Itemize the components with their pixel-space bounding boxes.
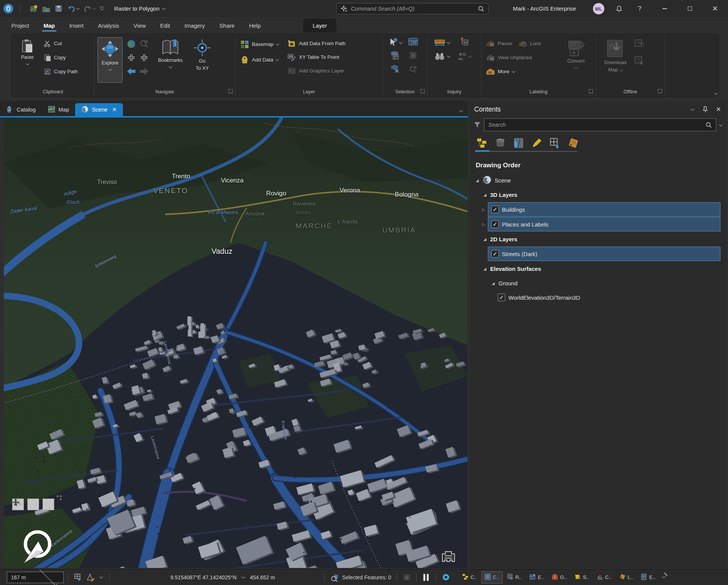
zoom-to-selection-button[interactable] xyxy=(139,39,149,50)
convert-labels-button[interactable]: A Convert xyxy=(561,37,591,83)
remove-map-button[interactable] xyxy=(634,55,644,67)
search-options-chevron-icon[interactable] xyxy=(719,123,723,126)
dock-tabs-chevron-icon[interactable] xyxy=(662,574,665,578)
expander-expanded-icon[interactable]: ◢ xyxy=(483,193,487,197)
next-extent-button[interactable] xyxy=(139,67,149,77)
explore-chevron-icon[interactable] xyxy=(108,67,112,71)
cursor-coordinates[interactable]: 9.5154087°E 47.1424025°N xyxy=(170,574,237,580)
expander-collapsed-icon[interactable]: ▷ xyxy=(482,207,487,212)
copy-button[interactable]: Copy xyxy=(42,51,79,64)
selection-status[interactable]: Selected Features: 0 xyxy=(330,573,391,582)
ribbon-tab-insert[interactable]: Insert xyxy=(69,19,84,33)
cut-button[interactable]: Cut xyxy=(42,37,79,50)
add-data-from-path-button[interactable]: Add Data From Path xyxy=(286,37,347,50)
layer-row-scene[interactable]: ◢Scene xyxy=(470,173,726,187)
attributes-button[interactable] xyxy=(408,38,418,47)
list-by-selection-button[interactable] xyxy=(512,137,525,149)
view-unplaced-button[interactable]: View Unplaced xyxy=(484,51,559,64)
ribbon-tab-edit[interactable]: Edit xyxy=(160,19,170,33)
list-by-editing-button[interactable] xyxy=(530,137,543,149)
command-search-input[interactable]: Command Search (Alt+Q) xyxy=(336,3,489,14)
active-tool-dropdown[interactable]: Raster to Polygon xyxy=(114,5,165,12)
more-labeling-button[interactable]: More xyxy=(484,65,559,78)
customize-quick-access-button[interactable] xyxy=(99,6,104,11)
coords-chevron-icon[interactable] xyxy=(241,575,245,579)
layer-row-elevation-surfaces[interactable]: ◢Elevation Surfaces xyxy=(470,261,726,276)
undo-menu-chevron-icon[interactable] xyxy=(76,6,80,10)
maximize-button[interactable] xyxy=(682,0,697,17)
select-by-location-button[interactable] xyxy=(409,51,418,61)
layer-row-worldelevation3d-terrain3d[interactable]: ✓WorldElevation3D/Terrain3D xyxy=(470,290,726,305)
previous-extent-button[interactable] xyxy=(126,67,137,77)
expander-expanded-icon[interactable]: ◢ xyxy=(483,267,487,271)
full-extent-button[interactable] xyxy=(126,39,137,51)
expander-expanded-icon[interactable]: ◢ xyxy=(475,178,480,182)
layer-row-streets-dark-[interactable]: ✓Streets (Dark) xyxy=(488,247,720,261)
dock-tab-symbology[interactable]: S.. xyxy=(571,571,592,583)
dock-tab-contents[interactable]: C.. xyxy=(459,571,480,583)
list-by-source-button[interactable] xyxy=(494,137,507,149)
sketch-chevron-icon[interactable] xyxy=(99,575,103,579)
walk-button[interactable] xyxy=(42,499,54,510)
contextual-tab-layer[interactable]: Layer xyxy=(303,19,336,33)
signed-in-account[interactable]: Mark - ArcGIS Enterprise xyxy=(513,0,576,17)
pin-icon[interactable] xyxy=(702,106,708,113)
select-by-attributes-button[interactable] xyxy=(390,50,400,62)
expander-expanded-icon[interactable]: ◢ xyxy=(491,281,495,285)
new-map-button[interactable] xyxy=(29,4,39,14)
ribbon-tab-analysis[interactable]: Analysis xyxy=(98,19,119,33)
list-by-drawing-order-button[interactable] xyxy=(476,137,489,149)
layer-checkbox[interactable]: ✓ xyxy=(491,250,499,258)
view-tab-catalog[interactable]: Catalog xyxy=(0,103,42,116)
ribbon-tab-help[interactable]: Help xyxy=(249,19,261,33)
expander-collapsed-icon[interactable]: ▷ xyxy=(482,222,487,227)
layer-row-2d-layers[interactable]: ◢2D Layers xyxy=(470,232,726,246)
filter-icon[interactable] xyxy=(473,121,481,129)
notifications-button[interactable] xyxy=(612,0,627,17)
pause-drawing-button[interactable] xyxy=(423,574,429,581)
clear-selection-button[interactable] xyxy=(409,64,418,75)
xy-table-to-point-button[interactable]: XY XY Table To Point xyxy=(286,51,347,63)
selection-launcher-icon[interactable] xyxy=(420,89,425,93)
minimize-button[interactable] xyxy=(657,0,672,17)
add-data-button[interactable]: Add Data xyxy=(239,53,280,66)
nav-options-icon[interactable] xyxy=(57,495,61,500)
select-mode-button[interactable] xyxy=(403,574,410,581)
layout-grid-button[interactable] xyxy=(74,573,82,582)
close-view-icon[interactable]: ✕ xyxy=(112,106,117,113)
infographics-button[interactable] xyxy=(457,52,471,61)
redo-menu-chevron-icon[interactable] xyxy=(93,6,96,10)
basemap-button[interactable]: Basemap xyxy=(239,38,280,50)
fixed-zoom-out-button[interactable] xyxy=(140,53,149,64)
download-map-button[interactable]: Download Map xyxy=(599,37,632,83)
sketch-status-button[interactable] xyxy=(86,573,95,582)
layer-row-buildings[interactable]: ▷✓Buildings xyxy=(488,202,720,217)
layer-row-places-and-labels[interactable]: ▷✓Places and Labels xyxy=(488,217,720,231)
help-button[interactable]: ? xyxy=(632,0,647,17)
layer-row-3d-layers[interactable]: ◢3D Layers xyxy=(470,187,726,202)
pause-labeling-button[interactable]: Pause xyxy=(484,37,514,50)
view-tab-map[interactable]: Map xyxy=(42,103,75,116)
bookmarks-chevron-icon[interactable] xyxy=(168,64,172,68)
paste-chevron-icon[interactable] xyxy=(25,61,29,65)
navigate-launcher-icon[interactable] xyxy=(228,89,233,93)
pan-button[interactable] xyxy=(27,499,39,510)
lock-labeling-button[interactable]: Lock xyxy=(517,37,542,50)
go-to-xy-button[interactable]: Go To XY xyxy=(190,37,214,83)
ribbon-tab-project[interactable]: Project xyxy=(11,19,29,33)
dock-tab-geoprocessing[interactable]: G.. xyxy=(549,571,570,583)
dock-tab-edit-table[interactable]: E.. xyxy=(527,571,547,583)
view-tab-scene[interactable]: Scene✕ xyxy=(75,103,123,116)
offline-launcher-icon[interactable] xyxy=(657,89,662,93)
dock-tab-element[interactable]: E.. xyxy=(638,571,659,583)
scene-overview-button[interactable] xyxy=(440,549,456,564)
add-graphics-layer-button[interactable]: Add Graphics Layer xyxy=(286,64,347,77)
view-tabs-chevron-icon[interactable] xyxy=(459,109,463,112)
undo-button[interactable] xyxy=(66,4,80,13)
locate-button[interactable] xyxy=(459,37,469,48)
contents-search-input[interactable]: Search xyxy=(484,118,716,131)
open-project-button[interactable] xyxy=(41,4,51,14)
fixed-zoom-in-button[interactable] xyxy=(127,53,136,64)
close-button[interactable]: ✕ xyxy=(708,0,723,17)
list-by-labeling-button[interactable] xyxy=(567,137,580,149)
